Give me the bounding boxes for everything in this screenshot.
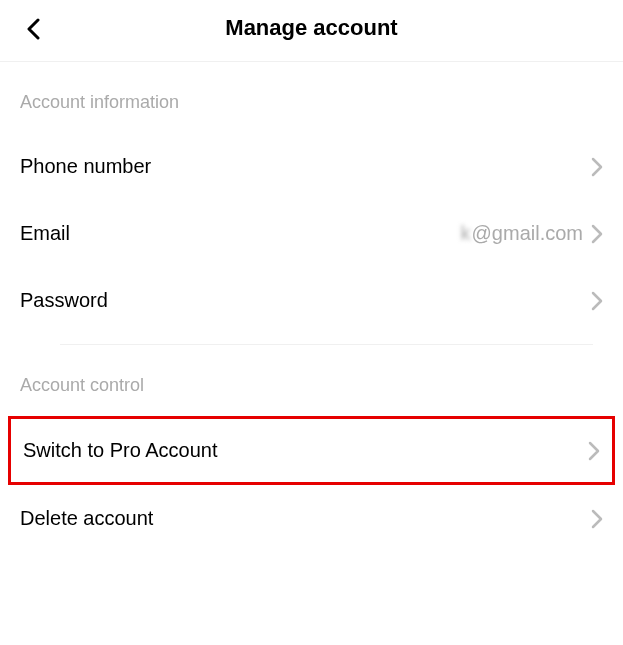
section-header-account-control: Account control: [0, 345, 623, 416]
row-right: [591, 291, 603, 311]
chevron-right-icon: [591, 509, 603, 529]
chevron-right-icon: [591, 291, 603, 311]
highlight-box: Switch to Pro Account: [8, 416, 615, 485]
password-label: Password: [20, 289, 108, 312]
delete-account-row[interactable]: Delete account: [0, 485, 623, 552]
switch-pro-row[interactable]: Switch to Pro Account: [11, 419, 612, 482]
page-title: Manage account: [20, 15, 603, 41]
row-right: [591, 509, 603, 529]
email-value: k@gmail.com: [461, 222, 583, 245]
phone-number-label: Phone number: [20, 155, 151, 178]
chevron-right-icon: [591, 224, 603, 244]
phone-number-row[interactable]: Phone number: [0, 133, 623, 200]
header: Manage account: [0, 0, 623, 62]
row-right: [591, 157, 603, 177]
back-button[interactable]: [25, 18, 43, 44]
chevron-left-icon: [25, 18, 43, 40]
password-row[interactable]: Password: [0, 267, 623, 334]
email-row[interactable]: Email k@gmail.com: [0, 200, 623, 267]
delete-account-label: Delete account: [20, 507, 153, 530]
row-right: k@gmail.com: [461, 222, 603, 245]
chevron-right-icon: [588, 441, 600, 461]
chevron-right-icon: [591, 157, 603, 177]
section-header-account-info: Account information: [0, 62, 623, 133]
switch-pro-label: Switch to Pro Account: [23, 439, 218, 462]
row-right: [588, 441, 600, 461]
email-label: Email: [20, 222, 70, 245]
